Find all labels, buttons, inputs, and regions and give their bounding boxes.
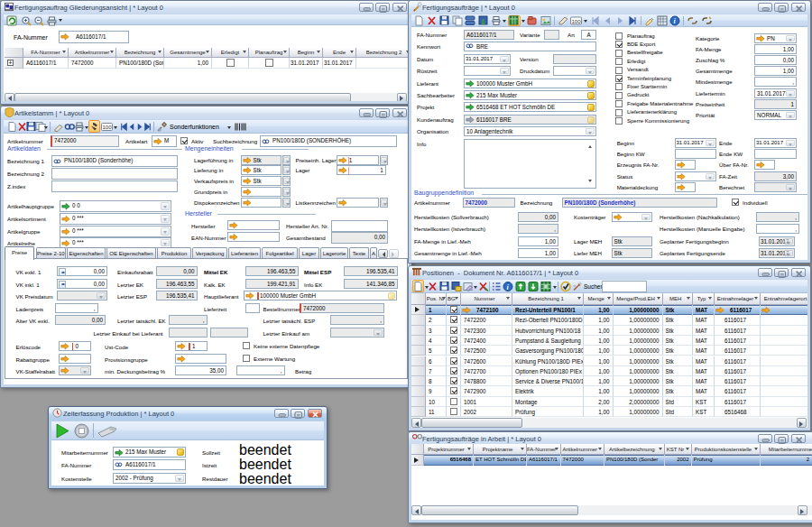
svg-text:100: 100 <box>572 19 582 24</box>
svg-text:100: 100 <box>103 125 113 130</box>
